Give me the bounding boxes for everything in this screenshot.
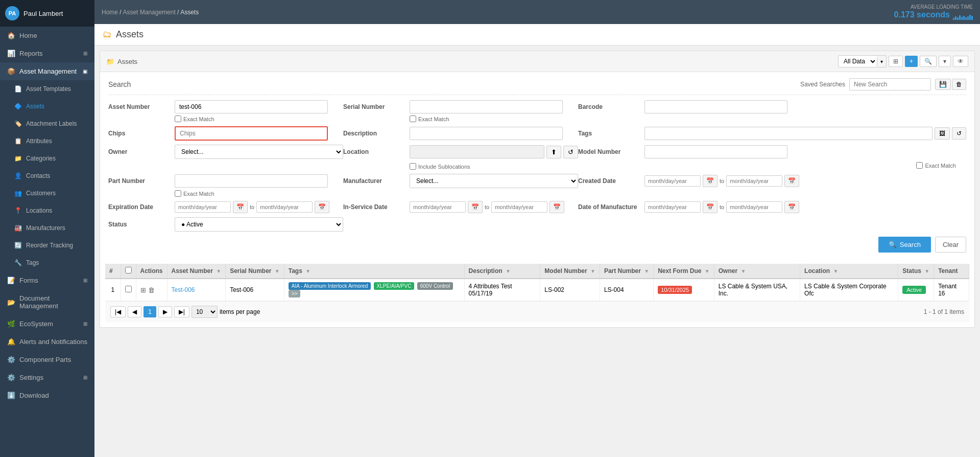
tags-input[interactable] [644, 127, 933, 140]
user-profile[interactable]: PA Paul Lambert [0, 0, 94, 27]
col-asset-number[interactable]: Asset Number ▼ [167, 264, 226, 279]
expiration-date-from[interactable] [175, 201, 231, 213]
sidebar-item-alerts[interactable]: 🔔 Alerts and Notifications [0, 333, 94, 351]
serial-exact-checkbox[interactable] [410, 116, 416, 122]
select-all-checkbox[interactable] [125, 267, 132, 273]
sidebar-item-forms[interactable]: 📝 Forms ⊞ [0, 271, 94, 289]
col-tags[interactable]: Tags ▼ [284, 264, 464, 279]
date-of-manufacture-from[interactable] [644, 201, 701, 213]
created-date-from-cal[interactable]: 📅 [703, 175, 718, 187]
chips-input[interactable] [176, 127, 327, 140]
in-service-date-from-cal[interactable]: 📅 [468, 201, 483, 213]
sublocation-checkbox[interactable] [410, 163, 416, 170]
more-btn[interactable]: ▾ [939, 56, 951, 67]
date-of-manufacture-to-cal[interactable]: 📅 [784, 201, 799, 213]
sidebar-item-categories[interactable]: 📁 Categories [0, 150, 94, 167]
cell-asset-number[interactable]: Test-006 [167, 279, 226, 301]
owner-select[interactable]: Select... [175, 145, 343, 159]
in-service-date-to[interactable] [491, 201, 547, 213]
model-exact-checkbox[interactable] [916, 162, 923, 169]
delete-search-btn[interactable]: 🗑 [952, 79, 966, 90]
sidebar-item-document-management[interactable]: 📂 Document Management [0, 289, 94, 315]
expand-icon: ⊞ [83, 375, 87, 380]
row-checkbox[interactable] [125, 286, 132, 292]
part-exact-checkbox[interactable] [175, 190, 181, 197]
breadcrumb-asset-management[interactable]: Asset Management [123, 9, 175, 16]
col-part-number[interactable]: Part Number ▼ [600, 264, 653, 279]
page-1-btn[interactable]: 1 [144, 306, 156, 317]
sidebar-item-tags[interactable]: 🔧 Tags [0, 254, 94, 271]
results-table-wrap: # Actions Asset Number ▼ Serial Number ▼… [100, 264, 974, 327]
search-button[interactable]: 🔍 Search [878, 237, 931, 253]
sidebar-item-assets[interactable]: 🔷 Assets [0, 98, 94, 115]
col-next-form-due[interactable]: Next Form Due ▼ [654, 264, 714, 279]
col-status[interactable]: Status ▼ [898, 264, 934, 279]
tags-reset-btn[interactable]: ↺ [952, 127, 966, 140]
sidebar-item-attachment-labels[interactable]: 🏷️ Attachment Labels [0, 115, 94, 132]
serial-number-input[interactable] [410, 100, 563, 113]
sidebar-item-customers[interactable]: 👥 Customers [0, 185, 94, 202]
per-page-select[interactable]: 10 25 50 100 [192, 306, 218, 318]
sidebar-item-home[interactable]: 🏠 Home [0, 27, 94, 44]
barcode-input[interactable] [644, 100, 787, 113]
saved-search-input[interactable] [849, 78, 931, 90]
sidebar-item-settings[interactable]: ⚙️ Settings ⊞ [0, 369, 94, 386]
col-owner[interactable]: Owner ▼ [714, 264, 800, 279]
in-service-date-to-cal[interactable]: 📅 [549, 201, 564, 213]
created-date-to-cal[interactable]: 📅 [784, 175, 799, 187]
expiration-date-to-cal[interactable]: 📅 [315, 201, 329, 213]
date-of-manufacture-from-cal[interactable]: 📅 [703, 201, 718, 213]
forms-icon: 📝 [7, 277, 15, 284]
filter-select[interactable]: All Data [839, 56, 877, 67]
expiration-date-from-cal[interactable]: 📅 [233, 201, 248, 213]
description-input[interactable] [410, 127, 563, 140]
part-number-input[interactable] [175, 174, 328, 188]
clear-button[interactable]: Clear [935, 237, 966, 253]
created-date-to[interactable] [726, 175, 782, 187]
first-page-btn[interactable]: |◀ [110, 306, 126, 317]
asset-number-input[interactable] [175, 100, 328, 113]
model-number-input[interactable] [644, 145, 787, 158]
col-model-number[interactable]: Model Number ▼ [540, 264, 600, 279]
last-page-btn[interactable]: ▶| [174, 306, 189, 317]
next-page-btn[interactable]: ▶ [158, 306, 172, 317]
created-date-from[interactable] [644, 175, 701, 187]
sidebar-item-asset-management[interactable]: 📦 Asset Management ▣ [0, 62, 94, 80]
in-service-date-from[interactable] [410, 201, 466, 213]
sidebar-item-label: Categories [26, 155, 56, 162]
layout-btn[interactable]: ⊞ [889, 56, 903, 67]
sidebar-item-manufacturers[interactable]: 🏭 Manufacturers [0, 219, 94, 237]
eye-btn[interactable]: 👁 [953, 56, 968, 67]
sidebar-item-locations[interactable]: 📍 Locations [0, 202, 94, 219]
breadcrumb-home[interactable]: Home [102, 9, 118, 16]
manufacturer-select[interactable]: Select... [410, 174, 578, 188]
save-search-btn[interactable]: 💾 [935, 79, 951, 90]
sidebar-item-download[interactable]: ⬇️ Download [0, 386, 94, 404]
sidebar-item-component-parts[interactable]: ⚙️ Component Parts [0, 351, 94, 369]
col-location[interactable]: Location ▼ [800, 264, 898, 279]
col-serial-number[interactable]: Serial Number ▼ [226, 264, 284, 279]
sidebar-item-ecosystem[interactable]: 🌿 EcoSystem ⊞ [0, 315, 94, 333]
add-btn[interactable]: + [905, 56, 918, 67]
status-select[interactable]: ● Active All Inactive [175, 217, 343, 232]
sidebar-item-asset-templates[interactable]: 📄 Asset Templates [0, 80, 94, 98]
location-input[interactable] [410, 145, 544, 158]
edit-icon[interactable]: ⊞ [140, 286, 146, 294]
sidebar-item-reorder-tracking[interactable]: 🔄 Reorder Tracking [0, 237, 94, 254]
col-description[interactable]: Description ▼ [464, 264, 540, 279]
search-btn-toolbar[interactable]: 🔍 [920, 56, 937, 67]
filter-dropdown-arrow[interactable]: ▾ [877, 57, 886, 66]
prev-page-btn[interactable]: ◀ [128, 306, 141, 317]
location-pick-btn[interactable]: ⬆ [546, 146, 561, 158]
sidebar-item-reports[interactable]: 📊 Reports ⊞ [0, 44, 94, 62]
sidebar-item-contacts[interactable]: 👤 Contacts [0, 167, 94, 185]
asset-exact-checkbox[interactable] [175, 116, 181, 122]
delete-icon[interactable]: 🗑 [148, 286, 155, 294]
date-of-manufacture-to[interactable] [726, 201, 782, 213]
sidebar-item-attributes[interactable]: 📋 Attributes [0, 132, 94, 150]
location-reset-btn[interactable]: ↺ [563, 146, 578, 158]
expiration-date-to[interactable] [256, 201, 313, 213]
expiration-date-label: Expiration Date [108, 203, 175, 211]
tag-more[interactable]: >> [289, 290, 301, 298]
tags-search-btn[interactable]: 🖼 [935, 127, 950, 140]
